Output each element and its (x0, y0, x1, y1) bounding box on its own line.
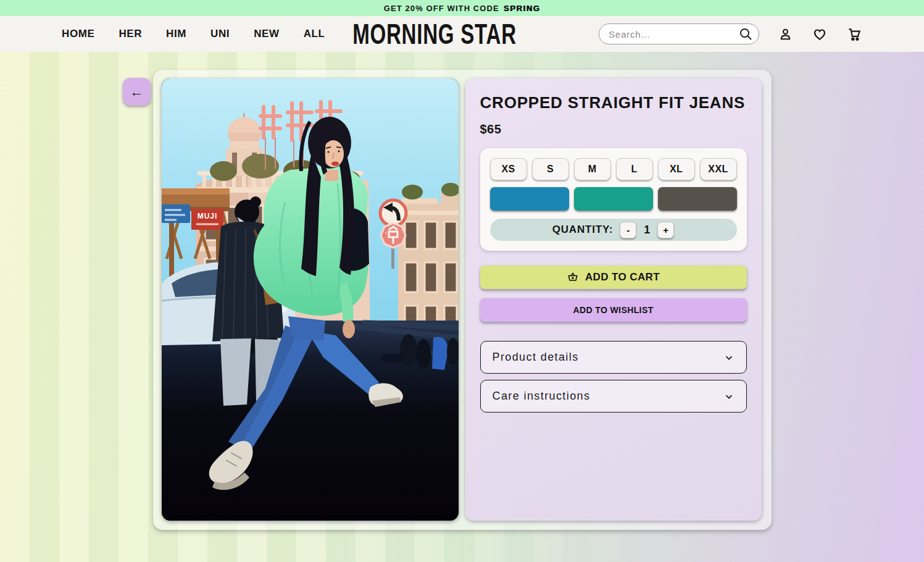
product-photo-illustration: MUJI (162, 78, 459, 521)
nav-links: HOME HER HIM UNI NEW ALL (62, 28, 325, 40)
product-card: MUJI (153, 70, 772, 530)
product-info-panel: CROPPED STRAIGHT FIT JEANS $65 XS S M L … (465, 78, 762, 521)
chevron-down-icon (723, 391, 735, 402)
chevron-down-icon (723, 352, 735, 363)
nav-item-all[interactable]: ALL (304, 28, 325, 40)
quantity-decrease-button[interactable]: - (620, 222, 636, 238)
search-input[interactable] (599, 23, 759, 44)
promo-text: GET 20% OFF WITH CODE (384, 4, 499, 13)
options-panel: XS S M L XL XXL QUANTITY: - 1 + (480, 148, 747, 251)
size-button-m[interactable]: M (574, 158, 611, 180)
nav-bar: HOME HER HIM UNI NEW ALL MORNING STAR (0, 16, 924, 52)
color-swatch-blue[interactable] (490, 187, 569, 211)
add-to-wishlist-label: ADD TO WISHLIST (573, 305, 653, 315)
add-to-cart-label: ADD TO CART (585, 271, 660, 283)
size-button-s[interactable]: S (532, 158, 569, 180)
accordion-label: Care instructions (493, 390, 591, 403)
color-swatch-teal[interactable] (574, 187, 653, 211)
red-sign: MUJI (191, 209, 223, 230)
promo-code: SPRING (504, 4, 540, 13)
blue-ad-sign (162, 204, 190, 223)
accordion-care-instructions[interactable]: Care instructions (480, 380, 747, 413)
size-selector: XS S M L XL XXL (490, 158, 737, 180)
nav-item-her[interactable]: HER (119, 28, 142, 40)
size-button-xs[interactable]: XS (490, 158, 527, 180)
nav-item-new[interactable]: NEW (254, 28, 279, 40)
nav-item-home[interactable]: HOME (62, 28, 94, 40)
size-button-xxl[interactable]: XXL (700, 158, 737, 180)
svg-text:MUJI: MUJI (197, 212, 217, 220)
product-title: CROPPED STRAIGHT FIT JEANS (480, 93, 747, 112)
size-button-l[interactable]: L (616, 158, 653, 180)
back-button[interactable]: ← (123, 78, 151, 106)
cart-icon[interactable] (846, 26, 862, 42)
stop-sign (381, 223, 406, 248)
quantity-label: QUANTITY: (552, 224, 613, 236)
account-icon[interactable] (778, 27, 793, 42)
add-to-wishlist-button[interactable]: ADD TO WISHLIST (480, 298, 747, 322)
quantity-increase-button[interactable]: + (657, 222, 674, 238)
quantity-bar: QUANTITY: - 1 + (490, 219, 737, 241)
product-price: $65 (480, 122, 747, 136)
promo-banner: GET 20% OFF WITH CODE SPRING (0, 0, 924, 16)
size-button-xl[interactable]: XL (658, 158, 695, 180)
color-selector (490, 187, 737, 211)
accordion-product-details[interactable]: Product details (480, 341, 747, 374)
search-wrap (599, 23, 759, 44)
nav-right (599, 23, 862, 44)
arrow-left-icon: ← (130, 84, 144, 100)
quantity-value: 1 (643, 224, 651, 237)
main-content: ← (0, 70, 924, 530)
search-icon[interactable] (738, 27, 753, 44)
color-swatch-gray[interactable] (658, 187, 737, 211)
basket-icon (567, 271, 579, 283)
wishlist-icon[interactable] (812, 26, 828, 42)
accordion-label: Product details (493, 351, 579, 364)
nav-item-him[interactable]: HIM (166, 28, 186, 40)
add-to-cart-button[interactable]: ADD TO CART (480, 266, 747, 289)
product-image: MUJI (162, 78, 459, 521)
nav-item-uni[interactable]: UNI (210, 28, 230, 40)
store-logo[interactable]: MORNING STAR (352, 17, 517, 51)
